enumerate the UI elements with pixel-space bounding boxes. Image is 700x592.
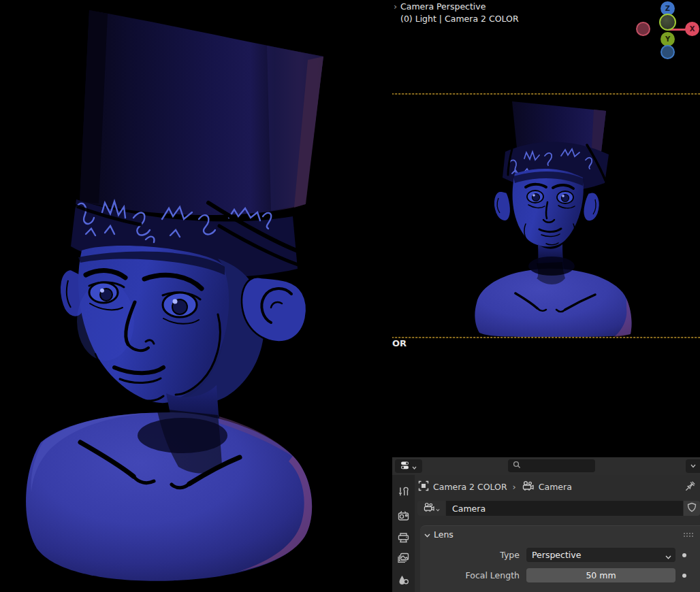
navigation-gizmo[interactable]: X Z Y [392, 0, 700, 63]
gizmo-neg-x-ball[interactable] [636, 22, 650, 36]
lens-type-dropdown[interactable]: Perspective [526, 548, 675, 562]
camera-frame [392, 95, 700, 337]
properties-header [392, 457, 700, 475]
properties-tab-column [392, 475, 415, 592]
character-bust-render-large [0, 0, 392, 592]
breadcrumb-object-name[interactable]: Camera 2 COLOR [433, 482, 507, 492]
viewport-3d-camera[interactable]: › Camera Perspective (0) Light | Camera … [392, 0, 700, 457]
focal-length-label: Focal Length [420, 570, 526, 580]
chevron-down-icon [665, 551, 671, 561]
camera-name-value: Camera [452, 504, 486, 514]
search-icon [513, 461, 521, 471]
breadcrumb-data-name[interactable]: Camera [539, 482, 572, 492]
properties-editor: Camera 2 COLOR › Camera [392, 456, 700, 592]
gizmo-view-axis-ball[interactable] [659, 14, 676, 31]
editor-type-button[interactable] [395, 459, 422, 473]
pin-icon[interactable] [685, 481, 695, 493]
id-block-row: Camera [417, 501, 700, 516]
panel-drag-handle[interactable] [683, 531, 694, 541]
focal-length-row: Focal Length 50 mm [420, 567, 700, 584]
focal-length-slider[interactable]: 50 mm [526, 568, 675, 582]
object-icon [418, 480, 429, 493]
lens-type-value: Perspective [532, 550, 581, 560]
gizmo-neg-z-ball[interactable] [661, 45, 675, 59]
shield-icon [687, 502, 697, 514]
camera-name-field[interactable]: Camera [446, 501, 683, 516]
search-input[interactable] [508, 459, 595, 472]
character-bust-render-small [392, 95, 700, 337]
tab-render[interactable] [392, 506, 415, 525]
lens-type-label: Type [420, 550, 526, 560]
properties-editor-icon [400, 461, 411, 472]
tab-output[interactable] [392, 528, 415, 547]
breadcrumb: Camera 2 COLOR › Camera [415, 478, 700, 495]
lens-panel: Lens Type Perspective [420, 525, 700, 592]
chevron-down-icon [424, 529, 430, 540]
lens-panel-title: Lens [434, 529, 454, 540]
chevron-down-icon [412, 461, 417, 472]
camera-data-icon [522, 480, 535, 493]
camera-border-bottom [392, 337, 700, 338]
blender-window: › Camera Perspective (0) Light | Camera … [0, 0, 700, 592]
animate-decorator-focal[interactable] [682, 574, 686, 578]
camera-data-browse-button[interactable] [417, 501, 445, 516]
tab-view-layer[interactable] [392, 548, 415, 568]
tab-tool[interactable] [392, 482, 415, 501]
breadcrumb-separator: › [513, 482, 516, 492]
lens-panel-header[interactable]: Lens [420, 526, 700, 543]
tab-scene[interactable] [392, 570, 415, 589]
focal-length-value: 50 mm [586, 570, 616, 580]
clipped-overlay-text: OR [392, 338, 407, 348]
viewport-3d-main[interactable] [0, 0, 392, 592]
properties-main: Camera 2 COLOR › Camera [415, 475, 700, 592]
fake-user-shield-button[interactable] [684, 501, 700, 516]
camera-data-icon [423, 502, 435, 514]
camera-border-top [392, 93, 700, 95]
lens-type-row: Type Perspective [420, 546, 700, 563]
chevron-down-icon [436, 504, 440, 514]
gizmo-y-ball[interactable]: Y [661, 32, 675, 46]
header-menu-chevron-button[interactable] [686, 459, 700, 473]
animate-decorator-type[interactable] [682, 553, 686, 557]
gizmo-x-ball[interactable]: X [685, 22, 699, 36]
